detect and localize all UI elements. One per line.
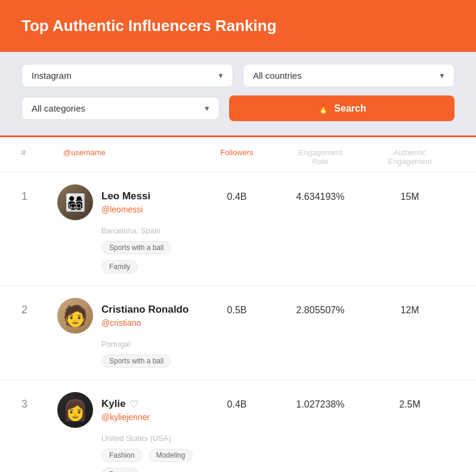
user-location: Portugal (101, 340, 130, 348)
ranking-table: # @username Followers EngagementRate Aut… (0, 137, 476, 472)
username-handle[interactable]: @leomessi (101, 205, 150, 214)
engagement-rate-value: 2.805507% (276, 298, 365, 316)
platform-select[interactable]: Instagram YouTube TikTok (32, 70, 223, 81)
search-button-label: Search (334, 103, 366, 114)
user-main: Kylie ♡ @kyliejenner (57, 392, 198, 428)
tag-sports-ball: Sports with a ball (101, 354, 171, 368)
authentic-engagement-value: 15M (365, 184, 455, 202)
followers-value: 0.5B (198, 298, 276, 316)
heart-icon: ♡ (129, 399, 138, 410)
table-row: 1 Leo Messi @leomessi Barcelona, Spain S… (0, 172, 476, 286)
display-name: Leo Messi (101, 190, 150, 202)
followers-value: 0.4B (198, 184, 276, 202)
user-meta: United States (USA) Fashion Modeling Bea… (57, 434, 198, 472)
authentic-engagement-value: 12M (365, 298, 455, 316)
avatar (57, 184, 93, 220)
user-info: Leo Messi @leomessi Barcelona, Spain Spo… (57, 184, 198, 273)
col-engagement-rate: EngagementRate (276, 148, 365, 166)
tag-beauty: Beauty (101, 468, 139, 472)
display-name: Kylie ♡ (101, 398, 150, 410)
col-authentic-engagement: AuthenticEngagement (365, 148, 455, 166)
avatar (57, 392, 93, 428)
rank-number: 1 (21, 184, 57, 203)
user-location: United States (USA) (101, 434, 171, 443)
tag-fashion: Fashion (101, 449, 143, 462)
followers-value: 0.4B (198, 392, 276, 410)
engagement-rate-value: 4.634193% (276, 184, 365, 202)
page-header: Top Authentic Influencers Ranking (0, 0, 476, 52)
display-name: Cristiano Ronaldo (101, 304, 188, 316)
filters-row-bottom: All categories Sports Fashion ▼ 🔥 Search (21, 95, 455, 121)
user-name-block: Cristiano Ronaldo @cristiano (101, 304, 188, 328)
rank-number: 3 (21, 392, 57, 411)
avatar (57, 298, 93, 334)
page-title: Top Authentic Influencers Ranking (21, 17, 455, 35)
col-username: @username (57, 148, 198, 166)
user-meta: Portugal Sports with a ball (57, 340, 198, 368)
category-select[interactable]: All categories Sports Fashion (32, 103, 209, 113)
engagement-rate-value: 1.027238% (276, 392, 365, 410)
user-name-block: Leo Messi @leomessi (101, 190, 150, 214)
user-main: Cristiano Ronaldo @cristiano (57, 298, 198, 334)
tag-sports-ball: Sports with a ball (101, 241, 171, 254)
country-dropdown[interactable]: All countries United States United Kingd… (243, 64, 455, 87)
user-meta: Barcelona, Spain Sports with a ball Fami… (57, 226, 198, 273)
table-row: 3 Kylie ♡ @kyliejenner United States (US… (0, 380, 476, 472)
search-button[interactable]: 🔥 Search (229, 95, 455, 121)
filters-section: Instagram YouTube TikTok ▼ All countries… (0, 52, 476, 137)
user-location: Barcelona, Spain (101, 226, 160, 235)
table-row: 2 Cristiano Ronaldo @cristiano Portugal … (0, 286, 476, 380)
username-handle[interactable]: @cristiano (101, 318, 188, 328)
user-info: Cristiano Ronaldo @cristiano Portugal Sp… (57, 298, 198, 368)
filters-row-top: Instagram YouTube TikTok ▼ All countries… (21, 64, 455, 87)
user-main: Leo Messi @leomessi (57, 184, 198, 220)
authentic-engagement-value: 2.5M (365, 392, 455, 410)
table-header: # @username Followers EngagementRate Aut… (0, 137, 476, 172)
col-rank: # (21, 148, 57, 166)
category-dropdown[interactable]: All categories Sports Fashion ▼ (21, 97, 220, 120)
tag-modeling: Modeling (149, 449, 193, 462)
rank-number: 2 (21, 298, 57, 316)
tag-family: Family (101, 260, 138, 273)
flame-icon: 🔥 (317, 103, 329, 114)
user-name-block: Kylie ♡ @kyliejenner (101, 398, 150, 422)
country-select[interactable]: All countries United States United Kingd… (253, 70, 444, 81)
user-info: Kylie ♡ @kyliejenner United States (USA)… (57, 392, 198, 472)
username-handle[interactable]: @kyliejenner (101, 412, 150, 422)
col-followers: Followers (198, 148, 276, 166)
platform-dropdown[interactable]: Instagram YouTube TikTok ▼ (21, 64, 233, 87)
